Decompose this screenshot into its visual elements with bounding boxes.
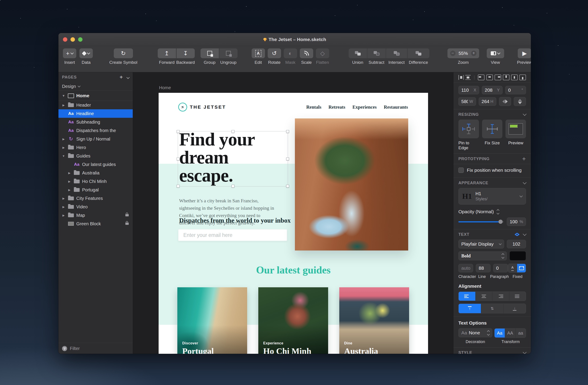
style-section-header[interactable]: STYLE <box>458 347 526 354</box>
align-bottom-icon[interactable] <box>519 74 526 80</box>
opacity-blend-stepper[interactable] <box>497 210 499 214</box>
pages-expand-icon[interactable] <box>127 76 129 79</box>
appearance-header[interactable]: APPEARANCE <box>458 178 526 188</box>
rotate-button[interactable]: ↺ Rotate <box>268 48 281 65</box>
artboard-label[interactable]: Home <box>159 85 171 90</box>
nav-link[interactable]: Retreats <box>329 104 345 110</box>
align-center-horizontal-icon[interactable] <box>486 74 493 80</box>
flatten-button[interactable]: ◇ Flatten <box>316 48 329 65</box>
disclosure-triangle-icon[interactable] <box>67 171 71 175</box>
union-button[interactable]: Union <box>348 48 367 65</box>
layer-row[interactable]: Aa↻ Australia <box>59 169 133 177</box>
layer-row[interactable]: Aa↻ Our latest guides <box>59 160 133 169</box>
align-middle-button[interactable]: ⇅ <box>481 304 504 313</box>
flip-horizontal-button[interactable] <box>499 97 511 106</box>
disclosure-triangle-icon[interactable] <box>67 188 71 192</box>
rotation-field[interactable]: ° <box>505 86 526 94</box>
guide-card[interactable]: Discover Portugal <box>177 287 247 354</box>
nav-link[interactable]: Restaurants <box>384 104 408 110</box>
layer-row[interactable]: Aa↻ Map <box>59 211 133 219</box>
align-bottom-button[interactable]: ↓ <box>503 304 526 313</box>
add-page-button[interactable]: + <box>120 74 123 80</box>
filter-bar[interactable]: Filter <box>59 343 133 354</box>
edit-button[interactable]: A Edit <box>252 48 265 65</box>
layer-row[interactable]: Aa↻ Subheading <box>59 118 133 126</box>
layer-row[interactable]: Aa↻ Dispatches from the <box>59 126 133 135</box>
minimize-button[interactable] <box>70 37 75 42</box>
font-family-dropdown[interactable]: Playfair Display <box>458 239 504 249</box>
text-style-selector[interactable]: H1 H1 Styles/ <box>458 188 526 205</box>
font-weight-dropdown[interactable]: Bold <box>458 251 507 260</box>
artboard-row-home[interactable]: ▼ Home <box>59 90 133 101</box>
resizing-header[interactable]: RESIZING <box>458 109 526 120</box>
email-input[interactable] <box>178 229 287 241</box>
add-prototype-button[interactable]: + <box>522 156 526 162</box>
disclosure-triangle-icon[interactable] <box>67 179 71 183</box>
dispatch-heading[interactable]: Dispatches from the world to your inbox <box>179 217 291 224</box>
align-left-icon[interactable] <box>478 74 484 80</box>
canvas[interactable]: Home ✈ THE JETSET RentalsRetreatsExperie… <box>133 72 453 354</box>
distribute-horizontally-icon[interactable] <box>458 75 464 80</box>
artboard-home[interactable]: ✈ THE JETSET RentalsRetreatsExperiencesR… <box>159 93 428 354</box>
gear-icon[interactable] <box>515 232 519 237</box>
font-size-field[interactable] <box>507 240 526 248</box>
align-text-left-button[interactable] <box>459 292 475 301</box>
layer-row[interactable]: Aa↻ Sign Up / Normal <box>59 135 133 143</box>
fix-size-option[interactable]: Fix Size <box>482 120 503 150</box>
disclosure-triangle-icon[interactable]: ▼ <box>62 94 65 97</box>
pin-to-edge-option[interactable]: Pin to Edge <box>458 120 479 150</box>
nav-link[interactable]: Rentals <box>306 104 321 110</box>
layer-row[interactable]: Aa↻ Guides <box>59 152 133 160</box>
data-button[interactable]: Data <box>79 48 93 65</box>
line-spacing-field[interactable] <box>476 264 490 272</box>
distribute-vertically-icon[interactable] <box>465 75 471 80</box>
disclosure-triangle-icon[interactable] <box>62 103 65 107</box>
fix-position-checkbox[interactable] <box>458 168 464 173</box>
mask-button[interactable]: ◐ Mask <box>284 48 297 65</box>
opacity-slider[interactable] <box>458 221 504 222</box>
align-text-right-button[interactable] <box>492 292 509 301</box>
selection-handle[interactable] <box>286 157 289 160</box>
opacity-field[interactable]: % <box>507 217 526 226</box>
transform-uppercase-button[interactable]: AA <box>505 329 515 338</box>
disclosure-triangle-icon[interactable] <box>62 137 65 141</box>
resize-preview-option[interactable]: Preview <box>505 120 526 150</box>
intersect-button[interactable]: Intersect <box>386 48 407 65</box>
headline-text[interactable]: Find your dream escape. <box>179 130 255 185</box>
paragraph-spacing-field[interactable] <box>493 264 508 272</box>
align-middle-vertical-icon[interactable] <box>511 74 518 80</box>
auto-width-button[interactable]: A <box>508 264 517 272</box>
layer-row[interactable]: Aa↻ Header <box>59 101 133 109</box>
guide-card[interactable]: Dine Australia <box>339 287 409 354</box>
disclosure-triangle-icon[interactable] <box>62 154 65 158</box>
nav-link[interactable]: Experiences <box>353 104 377 110</box>
create-symbol-button[interactable]: ↻ Create Symbol <box>109 48 137 65</box>
align-right-icon[interactable] <box>495 74 501 80</box>
disclosure-triangle-icon[interactable] <box>62 146 65 150</box>
group-button[interactable]: Group <box>200 48 219 65</box>
opacity-slider-knob[interactable] <box>498 220 503 224</box>
layer-row[interactable]: Aa↻ City Features <box>59 194 133 203</box>
preview-button[interactable]: ▶ Preview <box>517 48 531 65</box>
decoration-dropdown[interactable]: Aa None <box>458 328 492 337</box>
fix-position-row[interactable]: Fix position when scrolling <box>458 164 526 176</box>
scale-button[interactable]: Scale <box>300 48 313 65</box>
align-text-justify-button[interactable] <box>509 292 526 301</box>
guide-card[interactable]: Experience Ho Chi Minh <box>258 287 328 354</box>
layer-row[interactable]: Aa↻ Headline <box>59 109 133 118</box>
view-button[interactable]: View <box>487 48 504 65</box>
close-button[interactable] <box>63 37 67 42</box>
layer-row[interactable]: Aa↻ Hero <box>59 143 133 152</box>
prototyping-header[interactable]: PROTOTYPING+ <box>458 154 526 164</box>
difference-button[interactable]: Difference <box>407 48 430 65</box>
flip-vertical-button[interactable] <box>514 97 526 106</box>
hero-image[interactable] <box>295 118 408 251</box>
transform-lowercase-button[interactable]: aa <box>515 329 526 338</box>
backward-button[interactable]: ↧ Backward <box>176 48 195 65</box>
align-top-button[interactable]: ↑ <box>459 304 481 313</box>
page-item-design[interactable]: Design <box>59 82 133 90</box>
zoom-window-button[interactable] <box>78 37 83 42</box>
y-field[interactable]: Y <box>482 86 503 94</box>
disclosure-triangle-icon[interactable] <box>62 196 65 200</box>
text-color-swatch[interactable] <box>509 251 526 260</box>
